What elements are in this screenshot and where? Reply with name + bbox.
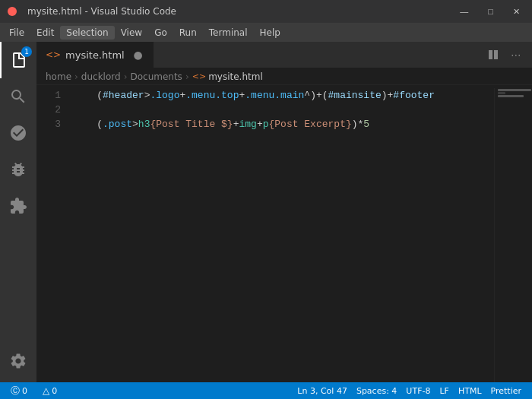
line-num-1: 1 (43, 88, 61, 103)
activity-search[interactable] (0, 78, 36, 115)
tab-bar: <> mysite.html ● ⋯ (36, 42, 532, 68)
token: {Post Excerpt} (269, 117, 352, 131)
git-icon (9, 124, 27, 142)
activity-bar: 1 (0, 42, 36, 382)
eol-text: LF (439, 386, 448, 396)
encoding-text: UTF-8 (406, 386, 430, 396)
activity-settings[interactable] (0, 343, 36, 379)
line-numbers: 1 2 3 (36, 88, 73, 382)
warning-icon: △ (43, 385, 49, 396)
error-count: 0 (22, 386, 27, 396)
activity-extensions[interactable] (0, 188, 36, 224)
minimap-line (498, 89, 531, 91)
token: #footer (393, 88, 435, 103)
status-bar: Ⓒ 0 △ 0 Ln 3, Col 47 Spaces: 4 UTF-8 LF … (0, 382, 532, 399)
minimap-line (498, 95, 524, 97)
breadcrumb-filename: mysite.html (208, 71, 263, 82)
breadcrumb-html-icon: <> (192, 71, 206, 81)
token: 5 (363, 117, 369, 131)
activity-explorer[interactable]: 1 (0, 42, 36, 78)
tab-actions: ⋯ (483, 42, 532, 68)
token: + (233, 117, 239, 131)
status-left: Ⓒ 0 △ 0 (6, 382, 62, 399)
tab-mysite-html[interactable]: <> mysite.html ● (36, 42, 154, 68)
title-bar-left: mysite.html - Visual Studio Code (8, 6, 176, 17)
cursor-position-text: Ln 3, Col 47 (297, 386, 347, 396)
activity-debug[interactable] (0, 151, 36, 188)
title-bar: mysite.html - Visual Studio Code ― □ ✕ (0, 0, 532, 23)
status-formatter[interactable]: Prettier (486, 382, 526, 399)
status-spaces[interactable]: Spaces: 4 (352, 382, 401, 399)
token: p (263, 117, 269, 131)
token: + (257, 117, 263, 131)
token: )* (352, 117, 364, 131)
spaces-text: Spaces: 4 (356, 386, 397, 396)
status-errors[interactable]: Ⓒ 0 (6, 382, 32, 399)
error-icon: Ⓒ (11, 385, 20, 397)
language-text: HTML (458, 386, 482, 396)
token: + (239, 88, 245, 103)
menu-run[interactable]: Run (173, 26, 203, 40)
formatter-text: Prettier (491, 386, 521, 396)
breadcrumb: home › ducklord › Documents › <> mysite.… (36, 68, 532, 85)
maximize-button[interactable]: □ (483, 5, 498, 17)
html-file-icon: <> (46, 49, 61, 60)
status-right: Ln 3, Col 47 Spaces: 4 UTF-8 LF HTML Pre… (293, 382, 526, 399)
explorer-badge: 1 (21, 46, 32, 57)
code-line-1: (#header>.logo+.menu.top+.menu.main^)+(#… (73, 88, 482, 103)
status-cursor-position[interactable]: Ln 3, Col 47 (293, 382, 352, 399)
extensions-icon (9, 197, 27, 215)
breadcrumb-current-file[interactable]: <> mysite.html (192, 71, 263, 82)
search-icon (9, 87, 27, 106)
menu-go[interactable]: Go (148, 26, 173, 40)
menu-terminal[interactable]: Terminal (203, 26, 254, 40)
status-encoding[interactable]: UTF-8 (401, 382, 435, 399)
status-eol[interactable]: LF (435, 382, 453, 399)
minimize-button[interactable]: ― (455, 5, 473, 17)
token: .post (103, 117, 132, 131)
gear-icon (9, 352, 27, 370)
menu-edit[interactable]: Edit (30, 26, 60, 40)
code-line-3: (.post>h3{Post Title $}+img+p{Post Excer… (73, 117, 482, 131)
status-language[interactable]: HTML (454, 382, 486, 399)
breadcrumb-ducklord[interactable]: ducklord (81, 71, 121, 82)
menu-view[interactable]: View (115, 26, 148, 40)
code-content[interactable]: (#header>.logo+.menu.top+.menu.main^)+(#… (73, 88, 494, 382)
line-num-2: 2 (43, 103, 61, 117)
breadcrumb-documents[interactable]: Documents (130, 71, 182, 82)
tab-label: mysite.html (65, 49, 125, 61)
menu-file[interactable]: File (3, 26, 30, 40)
menu-help[interactable]: Help (254, 26, 287, 40)
token: #header (103, 88, 144, 103)
menu-bar: File Edit Selection View Go Run Terminal… (0, 23, 532, 42)
token: .menu.top (185, 88, 239, 103)
line-num-3: 3 (43, 117, 61, 131)
breadcrumb-home[interactable]: home (46, 71, 71, 82)
token: #mainsite (328, 88, 382, 103)
token: .logo (150, 88, 179, 103)
tab-close-button[interactable]: ● (132, 49, 144, 61)
status-warnings[interactable]: △ 0 (38, 382, 62, 399)
code-editor[interactable]: 1 2 3 (#header>.logo+.menu.top+.menu.mai… (36, 85, 532, 382)
menu-selection[interactable]: Selection (60, 26, 114, 40)
activity-bar-bottom (0, 343, 36, 382)
token: )+ (382, 88, 394, 103)
token: {Post Title $} (150, 117, 233, 131)
code-line-2 (73, 103, 482, 117)
token: img (239, 117, 256, 131)
split-editor-button[interactable] (483, 45, 503, 65)
editor-area: <> mysite.html ● ⋯ home › ducklord › Doc… (36, 42, 532, 382)
breadcrumb-sep-1: › (74, 71, 78, 82)
token: ^ (304, 88, 310, 103)
token: )+( (310, 88, 328, 103)
warning-count: 0 (52, 386, 57, 396)
minimap (494, 88, 532, 382)
traffic-light-close[interactable] (8, 7, 17, 16)
activity-git[interactable] (0, 115, 36, 151)
title-bar-controls: ― □ ✕ (455, 5, 524, 18)
debug-icon (9, 160, 27, 179)
close-button[interactable]: ✕ (508, 5, 524, 18)
token: > (144, 88, 150, 103)
more-actions-button[interactable]: ⋯ (506, 45, 526, 65)
token: + (179, 88, 185, 103)
